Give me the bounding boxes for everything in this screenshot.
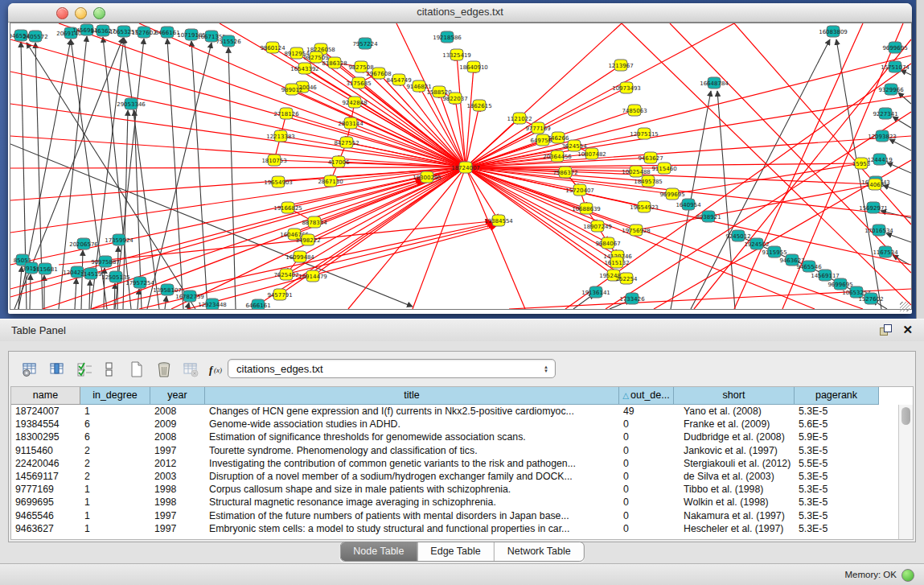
new-document-icon[interactable] <box>126 359 147 380</box>
network-window[interactable]: citations_edges.txt 94655462405572206914… <box>8 3 912 314</box>
table-row[interactable]: 911546021997Tourette syndrome. Phenomeno… <box>11 444 899 457</box>
network-node[interactable]: 9684067 <box>595 237 620 249</box>
table-source-select[interactable]: citations_edges.txt ▲▼ <box>228 359 556 378</box>
column-header-out_de[interactable]: △out_de... <box>619 387 674 405</box>
network-node[interactable]: 19384554 <box>484 215 513 226</box>
citation-edge-black[interactable] <box>147 43 211 309</box>
column-header-pagerank[interactable]: pagerank <box>795 387 879 405</box>
network-node[interactable]: 10973493 <box>612 82 641 93</box>
network-node[interactable]: 19654923 <box>630 201 659 212</box>
network-node[interactable]: 1640954 <box>676 199 701 210</box>
network-node[interactable]: 7957224 <box>352 38 378 49</box>
network-node[interactable]: 19218586 <box>433 31 462 43</box>
scrollbar-thumb[interactable] <box>901 407 910 425</box>
network-node[interactable]: 16543392 <box>290 63 319 74</box>
citation-edge-red[interactable] <box>252 167 466 309</box>
memory-ok-indicator[interactable] <box>901 569 914 582</box>
network-node[interactable]: 13325419 <box>442 49 471 60</box>
network-node[interactable]: 15720407 <box>565 184 594 196</box>
table-row[interactable]: 1872400712008Changes of HCN gene express… <box>11 405 899 418</box>
network-node[interactable]: 6466161 <box>245 299 270 309</box>
network-node[interactable]: 9115460 <box>651 163 676 174</box>
citation-edge-black[interactable] <box>883 185 911 196</box>
network-node[interactable]: 90975887 <box>91 256 120 267</box>
delete-trash-icon[interactable] <box>154 359 175 380</box>
network-window-titlebar[interactable]: citations_edges.txt <box>8 3 912 23</box>
table-scrollbar[interactable] <box>898 405 913 539</box>
column-header-title[interactable]: title <box>205 387 619 405</box>
citation-edge-black[interactable] <box>901 70 911 75</box>
table-row[interactable]: 946554611997Estimation of the future num… <box>11 509 899 522</box>
network-node[interactable]: 8938921 <box>696 211 721 222</box>
citation-edge-black[interactable] <box>75 278 76 309</box>
column-header-year[interactable]: year <box>150 387 205 405</box>
close-panel-icon[interactable]: ✕ <box>902 323 913 337</box>
tab-node-table[interactable]: Node Table <box>340 542 417 561</box>
row-height-icon[interactable] <box>99 359 120 380</box>
network-node[interactable]: 16099484 <box>285 251 314 262</box>
citation-edge-black[interactable] <box>191 41 207 309</box>
column-checks-icon[interactable] <box>75 359 96 380</box>
table-settings-icon[interactable] <box>20 359 41 380</box>
network-node[interactable]: 9457791 <box>267 289 292 300</box>
network-node[interactable]: 7625402 <box>273 269 298 280</box>
network-node[interactable]: 9329966 <box>878 84 904 95</box>
table-row[interactable]: 977716911998Corpus callosum shape and si… <box>11 483 899 496</box>
network-node[interactable]: 12093823 <box>868 130 897 142</box>
column-header-short[interactable]: short <box>674 387 795 405</box>
window-resize-grip[interactable] <box>900 302 910 311</box>
network-node[interactable]: 2718126 <box>273 108 299 119</box>
citation-edge-black[interactable] <box>898 93 911 104</box>
function-fx-icon[interactable]: f(x) <box>208 359 229 380</box>
table-row[interactable]: 1456911722003Disruption of a novel membe… <box>11 470 899 483</box>
citation-edge-black[interactable] <box>836 39 881 309</box>
table-row[interactable]: 1938455462009Genome-wide association stu… <box>11 418 899 431</box>
network-canvas[interactable]: 9465546240557220691406145691179463627106… <box>10 23 912 310</box>
network-node[interactable]: 16083809 <box>819 26 848 37</box>
column-header-in_degree[interactable]: in_degree <box>80 387 150 405</box>
network-node[interactable]: 9699695 <box>882 42 907 53</box>
network-node[interactable]: 6466161 <box>154 27 179 38</box>
citation-edge-red[interactable] <box>466 167 863 309</box>
network-node[interactable]: 1213967 <box>608 60 633 71</box>
network-node[interactable]: 15751074 <box>881 61 910 72</box>
citation-edge-red[interactable] <box>10 167 466 168</box>
citation-edge-black[interactable] <box>114 283 115 309</box>
citation-edge-black[interactable] <box>81 250 83 309</box>
network-node[interactable]: 8427552 <box>334 137 359 148</box>
table-row[interactable]: 946362711997Embryonic stem cells: a mode… <box>11 522 899 535</box>
table-row[interactable]: 969969511998Structural magnetic resonanc… <box>11 496 899 509</box>
network-node[interactable]: 29053346 <box>117 98 146 109</box>
network-node[interactable]: 8878334 <box>302 216 327 228</box>
table-row[interactable]: 2242004622012Investigating the contribut… <box>11 457 899 470</box>
citation-edge-red[interactable] <box>91 167 466 309</box>
citation-edge-red[interactable] <box>457 55 466 167</box>
table-row[interactable]: 1830029562008Estimation of significance … <box>11 431 899 443</box>
citation-edge-black[interactable] <box>228 47 236 309</box>
citation-edge-red[interactable] <box>466 167 499 220</box>
citation-edge-black[interactable] <box>889 139 911 150</box>
network-node[interactable]: 9699695 <box>659 188 684 200</box>
float-panel-icon[interactable] <box>880 324 892 336</box>
citation-edge-black[interactable] <box>187 303 189 309</box>
citation-edge-red[interactable] <box>286 113 466 167</box>
network-node[interactable]: 16648784 <box>700 77 729 89</box>
table-column-icon[interactable] <box>47 359 68 380</box>
network-node[interactable]: 15953 <box>852 158 870 169</box>
network-node[interactable]: 19136141 <box>581 286 610 298</box>
citation-edge-black[interactable] <box>89 280 90 309</box>
network-node[interactable]: 9860124 <box>260 42 285 53</box>
network-node[interactable]: 16914479 <box>298 270 327 282</box>
tab-network-table[interactable]: Network Table <box>495 542 584 561</box>
network-node[interactable]: 19654903 <box>264 176 293 187</box>
network-node[interactable]: 20206576 <box>69 238 98 249</box>
network-node[interactable]: 18640910 <box>459 61 488 72</box>
citation-edge-red[interactable] <box>466 67 474 167</box>
column-header-name[interactable]: name <box>11 387 80 405</box>
citation-edge-black[interactable] <box>886 233 911 242</box>
network-node[interactable]: 14063 <box>866 179 884 190</box>
network-node[interactable]: 1121022 <box>507 113 532 124</box>
network-node[interactable]: 1810753 <box>261 154 286 166</box>
tab-edge-table[interactable]: Edge Table <box>417 542 494 561</box>
network-node[interactable]: 7485063 <box>622 105 647 116</box>
